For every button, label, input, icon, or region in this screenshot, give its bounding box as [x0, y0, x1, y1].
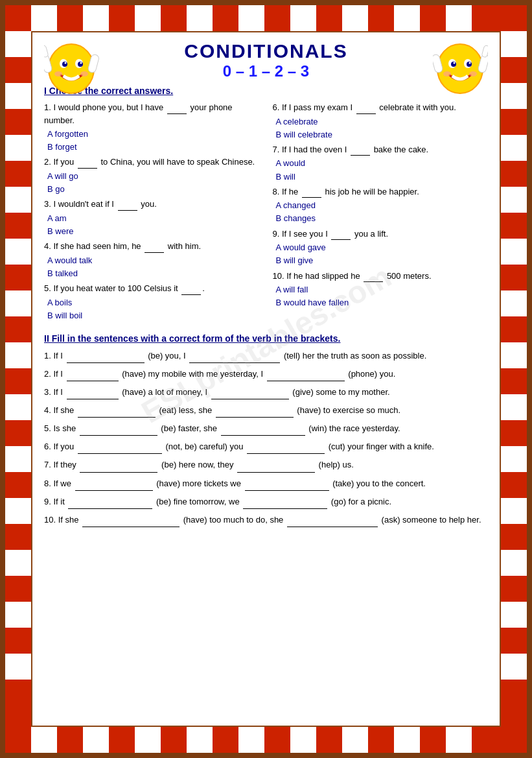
q3: 3. I wouldn't eat if I you. A am B were	[44, 198, 260, 237]
questions-columns: 1. I would phone you, but I have your ph…	[44, 101, 488, 323]
svg-point-21	[469, 62, 471, 64]
smiley-left	[44, 35, 99, 102]
section-1-title: I Choose the correct answers.	[44, 86, 488, 96]
svg-rect-14	[481, 45, 488, 57]
svg-point-9	[80, 62, 82, 64]
section-2: II Fill in the sentences with a correct …	[44, 333, 488, 527]
fill-q5: 5. Is she (be) faster, she (win) the rac…	[44, 421, 488, 436]
q7: 7. If I had the oven I bake the cake. A …	[273, 143, 489, 183]
svg-point-0	[49, 44, 94, 93]
fill-q8: 8. If we (have) more tickets we (take) y…	[44, 477, 488, 491]
fill-q3: 3. If I (have) a lot of money, I (give) …	[44, 385, 488, 399]
q9: 9. If I see you I you a lift. A would ga…	[273, 228, 489, 267]
fill-q9: 9. If it (be) fine tomorrow, we (go) for…	[44, 495, 488, 509]
fill-q10: 10. If she (have) too much to do, she (a…	[44, 513, 488, 527]
page-header: CONDITIONALS 0 – 1 – 2 – 3	[44, 40, 488, 80]
questions-left: 1. I would phone you, but I have your ph…	[44, 101, 260, 323]
svg-point-11	[80, 71, 88, 77]
page-subtitle: 0 – 1 – 2 – 3	[102, 62, 430, 80]
svg-point-12	[437, 44, 483, 93]
questions-right: 6. If I pass my exam I celebrate it with…	[273, 101, 489, 323]
q4: 4. If she had seen him, he with him. A w…	[44, 240, 260, 279]
svg-point-22	[443, 71, 451, 77]
q1: 1. I would phone you, but I have your ph…	[44, 101, 260, 153]
q10: 10. If he had slipped he 500 meters. A w…	[273, 270, 489, 309]
svg-point-8	[65, 62, 67, 64]
svg-rect-2	[44, 45, 49, 57]
section-2-title: II Fill in the sentences with a correct …	[44, 333, 488, 344]
page-frame: ESLprintables.com	[0, 0, 532, 758]
q5: 5. If you heat water to 100 Celsius it .…	[44, 282, 260, 322]
q6: 6. If I pass my exam I celebrate it with…	[273, 101, 489, 141]
fill-q7: 7. If they (be) here now, they (help) us…	[44, 458, 488, 472]
fill-q6: 6. If you (not, be) careful) you (cut) y…	[44, 440, 488, 454]
page-title: CONDITIONALS	[102, 40, 430, 62]
fill-q2: 2. If I (have) my mobile with me yesterd…	[44, 367, 488, 381]
fill-q1: 1. If I (be) you, I (tell) her the truth…	[44, 349, 488, 363]
fill-q4: 4. If she (eat) less, she (have) to exer…	[44, 403, 488, 418]
q2: 2. If you to China, you will have to spe…	[44, 156, 260, 195]
svg-point-10	[54, 71, 62, 77]
svg-point-20	[454, 62, 456, 64]
smiley-right	[433, 35, 488, 102]
svg-point-23	[469, 71, 477, 77]
section-1: I Choose the correct answers. 1. I would…	[44, 86, 488, 323]
q8: 8. If he his job he will be happier. A c…	[273, 185, 489, 225]
